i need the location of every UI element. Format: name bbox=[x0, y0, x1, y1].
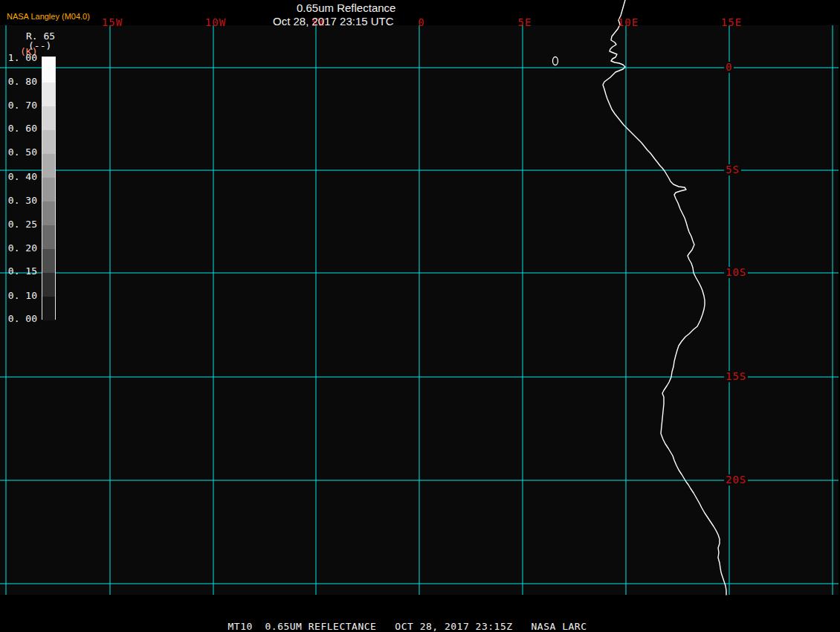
colorbar-tick-label: 0. 25 bbox=[0, 219, 37, 230]
colorbar-step bbox=[42, 130, 55, 154]
colorbar-tick-label: 0. 70 bbox=[0, 100, 37, 111]
colorbar-tick-label: 0. 20 bbox=[0, 243, 37, 254]
longitude-label: 15E bbox=[721, 16, 742, 28]
longitude-label: 10E bbox=[618, 16, 639, 28]
colorbar-step bbox=[42, 201, 55, 225]
satellite-reflectance-viewer: 15W10W5W05E10E15E 05S10S15S20S R. 65 (--… bbox=[0, 0, 840, 632]
footer-caption: MT10 0.65UM REFLECTANCE OCT 28, 2017 23:… bbox=[228, 621, 587, 632]
latitude-label: 10S bbox=[724, 267, 748, 278]
colorbar-tick-label: 0. 10 bbox=[0, 291, 37, 301]
colorbar-step bbox=[42, 178, 55, 201]
colorbar-step bbox=[42, 225, 55, 249]
colorbar-tick-label: 0. 60 bbox=[0, 123, 37, 134]
colorbar-tick-label: 0. 00 bbox=[0, 314, 37, 324]
latitude-label: 5S bbox=[724, 164, 741, 175]
latitude-label: 15S bbox=[724, 371, 748, 382]
colorbar-tick-label: 0. 80 bbox=[0, 77, 37, 87]
colorbar-step bbox=[42, 249, 55, 273]
map-plot bbox=[0, 0, 840, 632]
plot-timestamp: Oct 28, 2017 23:15 UTC bbox=[273, 15, 394, 28]
colorbar bbox=[42, 57, 56, 320]
colorbar-tick-label: 1. 00 bbox=[0, 53, 37, 63]
longitude-label: 15W bbox=[102, 16, 123, 28]
colorbar-step bbox=[42, 297, 55, 320]
colorbar-step bbox=[42, 154, 55, 178]
colorbar-step bbox=[42, 57, 55, 83]
colorbar-step bbox=[42, 83, 55, 106]
colorbar-tick-label: 0. 30 bbox=[0, 196, 37, 206]
colorbar-tick-label: 0. 40 bbox=[0, 172, 37, 182]
plot-title: 0.65um Reflectance bbox=[297, 1, 395, 14]
colorbar-tick-label: 0. 50 bbox=[0, 147, 37, 158]
colorbar-step bbox=[42, 106, 55, 130]
colorbar-step bbox=[42, 273, 55, 297]
colorbar-tick-label: 0. 15 bbox=[0, 266, 37, 277]
latitude-label: 20S bbox=[724, 474, 748, 486]
latitude-label: 0 bbox=[724, 62, 734, 73]
longitude-label: 5E bbox=[518, 16, 532, 28]
longitude-label: 10W bbox=[205, 16, 226, 28]
credit-text: NASA Langley (M04.0) bbox=[7, 12, 90, 21]
longitude-label: 0 bbox=[418, 16, 424, 28]
